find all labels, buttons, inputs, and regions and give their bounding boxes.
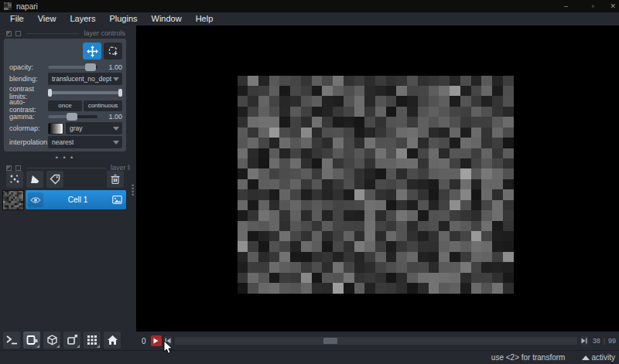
hide-dock-icon[interactable] — [15, 165, 21, 171]
move-arrows-icon — [87, 46, 98, 57]
home-icon — [107, 335, 118, 345]
transpose-icon — [67, 335, 78, 345]
panel-expander[interactable]: • • • — [0, 154, 130, 162]
transform-button[interactable] — [104, 43, 122, 60]
left-dock-column: layer controls — [0, 26, 130, 350]
gamma-value: 1.00 — [97, 113, 122, 121]
menu-plugins[interactable]: Plugins — [102, 12, 144, 26]
interpolation-dropdown[interactable]: nearest — [48, 136, 122, 148]
context-menu-corner — [97, 345, 100, 348]
status-bar: use <2> for transform activity — [0, 350, 619, 364]
menu-help[interactable]: Help — [189, 12, 221, 26]
menu-view[interactable]: View — [31, 12, 63, 26]
dock-title: layer controls — [84, 29, 125, 37]
viewer-buttons — [3, 332, 121, 349]
step-forward-button[interactable] — [580, 336, 589, 345]
colormap-dropdown[interactable]: gray — [66, 122, 122, 134]
blending-dropdown[interactable]: translucent_no_depth — [48, 73, 122, 85]
image-layer-pixels[interactable] — [238, 76, 514, 294]
menu-file[interactable]: File — [3, 12, 31, 26]
colormap-row: colormap: gray — [9, 122, 122, 134]
opacity-value: 1.00 — [97, 63, 122, 71]
chevron-down-icon — [113, 127, 119, 131]
pan-zoom-button[interactable] — [83, 43, 101, 60]
activity-label: activity — [591, 353, 615, 362]
layer-visibility-toggle[interactable] — [28, 192, 43, 207]
transpose-dimensions-button[interactable] — [63, 332, 80, 349]
minimize-button[interactable]: – — [564, 0, 568, 12]
play-button[interactable] — [151, 335, 162, 346]
ndisplay-toggle-button[interactable] — [23, 332, 40, 349]
napari-logo-icon — [4, 2, 12, 10]
gamma-slider[interactable] — [48, 113, 97, 121]
window-title: napari — [16, 2, 38, 11]
interpolation-row: interpolation: nearest — [9, 136, 122, 148]
dock-divider — [26, 168, 106, 168]
float-dock-icon[interactable] — [6, 165, 12, 171]
maximize-button[interactable]: ▫ — [592, 0, 594, 12]
new-shapes-layer-button[interactable] — [26, 171, 43, 188]
current-frame[interactable]: 38 — [593, 337, 600, 345]
layer-list-item[interactable]: Cell 1 — [2, 189, 126, 210]
blending-row: blending: translucent_no_depth — [9, 73, 122, 85]
titlebar: napari – ▫ ✕ — [0, 0, 619, 12]
new-labels-layer-button[interactable] — [46, 171, 63, 188]
layer-thumbnail — [2, 190, 24, 210]
layer-list-toolbar — [4, 171, 126, 188]
float-dock-icon[interactable] — [6, 31, 12, 36]
layer-controls-header: layer controls — [6, 29, 125, 38]
menu-layers[interactable]: Layers — [63, 12, 102, 26]
chevron-up-icon — [582, 355, 590, 360]
hide-dock-icon[interactable] — [15, 31, 21, 36]
auto-contrast-label: auto-contrast: — [9, 98, 48, 114]
ndisplay-2d-icon — [26, 335, 38, 345]
transform-icon — [108, 46, 119, 57]
close-button[interactable]: ✕ — [610, 0, 616, 12]
auto-contrast-continuous-button[interactable]: continuous — [84, 100, 122, 111]
context-menu-corner — [56, 345, 60, 348]
delete-layer-button[interactable] — [107, 171, 124, 188]
auto-contrast-once-button[interactable]: once — [48, 100, 82, 111]
activity-button[interactable]: activity — [582, 353, 615, 362]
layer-controls-panel: opacity: 1.00 blending: translucent_no_d… — [4, 39, 126, 151]
frame-slider-handle[interactable] — [323, 338, 337, 344]
chevron-down-icon — [113, 77, 119, 81]
chevron-down-icon — [113, 141, 119, 145]
play-icon — [153, 338, 159, 344]
home-reset-view-button[interactable] — [104, 332, 121, 349]
points-icon — [9, 174, 20, 185]
opacity-slider[interactable] — [48, 63, 97, 71]
roll-dimensions-button[interactable] — [43, 332, 60, 349]
dims-slider-row: 0 — [136, 332, 619, 350]
menu-window[interactable]: Window — [145, 12, 189, 26]
skip-forward-icon — [581, 338, 587, 344]
interpolation-value: nearest — [52, 138, 74, 146]
console-button[interactable] — [3, 332, 20, 349]
axis-label: 0 — [142, 337, 146, 345]
contrast-limits-slider[interactable] — [48, 89, 122, 97]
shapes-icon — [29, 174, 40, 185]
opacity-label: opacity: — [9, 63, 48, 71]
layer-row-selected[interactable]: Cell 1 — [26, 190, 126, 209]
context-menu-corner — [77, 345, 80, 348]
viewer-canvas[interactable] — [136, 26, 619, 332]
gamma-label: gamma: — [9, 113, 48, 121]
new-points-layer-button[interactable] — [6, 171, 23, 188]
frame-slider[interactable] — [175, 337, 577, 345]
trash-icon — [110, 174, 121, 185]
menubar: File View Layers Plugins Window Help — [0, 12, 619, 26]
frame-separator: | — [604, 337, 605, 345]
console-icon — [6, 335, 18, 345]
dock-resize-handle[interactable]: •••• — [130, 26, 136, 350]
blending-value: translucent_no_depth — [52, 75, 111, 83]
layer-name: Cell 1 — [43, 196, 112, 204]
image-layer-type-icon — [112, 196, 122, 204]
auto-contrast-row: auto-contrast: once continuous — [9, 100, 122, 111]
contrast-limits-row: contrast limits: — [9, 87, 122, 98]
colormap-value: gray — [70, 124, 83, 132]
napari-window: napari – ▫ ✕ File View Layers Plugins Wi… — [0, 0, 619, 364]
colormap-gradient-preview — [48, 123, 63, 134]
dock-divider — [26, 33, 79, 34]
step-back-button[interactable] — [164, 336, 173, 345]
grid-view-button[interactable] — [84, 332, 101, 349]
